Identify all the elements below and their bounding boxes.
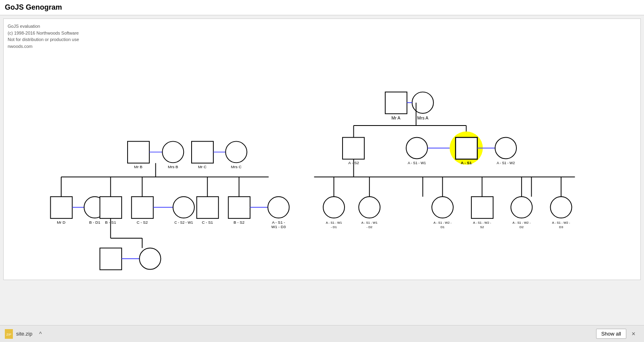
svg-text:S2: S2 [480, 225, 484, 229]
svg-rect-48 [197, 197, 219, 218]
svg-point-28 [225, 141, 247, 163]
svg-text:Mrs B: Mrs B [168, 165, 178, 169]
svg-text:- D1: - D1 [331, 225, 337, 229]
svg-text:ZIP: ZIP [6, 333, 11, 336]
right-controls: Show all × [591, 328, 644, 340]
svg-text:A - S1 - W1: A - S1 - W1 [326, 221, 342, 225]
svg-rect-9 [343, 138, 364, 159]
svg-text:Mr C: Mr C [198, 165, 206, 169]
svg-rect-51 [228, 197, 250, 218]
expand-button[interactable]: ^ [35, 329, 45, 339]
svg-point-70 [432, 197, 453, 218]
svg-rect-0 [385, 92, 407, 114]
svg-text:A - S1 - W2 -: A - S1 - W2 - [512, 221, 530, 225]
svg-point-2 [412, 92, 433, 113]
svg-point-66 [359, 197, 380, 218]
svg-point-18 [495, 138, 516, 159]
page-title: GoJS Genogram [0, 0, 644, 15]
svg-rect-20 [128, 141, 149, 163]
svg-rect-25 [192, 141, 213, 163]
download-section: ZIP site.zip ^ [0, 329, 50, 339]
svg-rect-33 [50, 197, 72, 218]
svg-rect-74 [471, 197, 493, 218]
svg-text:A - S1 - W2 -: A - S1 - W2 - [473, 221, 491, 225]
canvas-area: GoJS evaluation (c) 1998-2016 Northwoods… [3, 19, 641, 280]
svg-text:Mr D: Mr D [57, 220, 65, 225]
svg-text:W1 - D3: W1 - D3 [271, 225, 286, 229]
svg-text:C - S2 - W1: C - S2 - W1 [174, 220, 193, 225]
svg-rect-15 [456, 138, 477, 159]
svg-text:A - S1: A - S1 [461, 161, 472, 165]
svg-point-62 [323, 197, 345, 218]
svg-text:D2: D2 [520, 225, 524, 229]
show-all-button[interactable]: Show all [596, 329, 626, 339]
svg-rect-39 [100, 197, 122, 218]
svg-text:D3: D3 [559, 225, 564, 229]
svg-text:Mrs C: Mrs C [231, 165, 242, 169]
svg-point-90 [139, 248, 161, 269]
svg-point-23 [162, 141, 184, 163]
bottom-bar: ZIP site.zip ^ Show all × [0, 325, 644, 342]
svg-rect-88 [100, 248, 122, 270]
svg-text:C - S2: C - S2 [136, 220, 148, 225]
zip-file-icon: ZIP [5, 329, 13, 339]
svg-text:B - S2: B - S2 [233, 220, 244, 225]
svg-text:Mr B: Mr B [134, 165, 142, 169]
svg-point-45 [173, 197, 194, 218]
svg-point-54 [268, 197, 289, 218]
svg-text:- D2: - D2 [366, 225, 372, 229]
svg-text:A - S1 - W1: A - S1 - W1 [361, 221, 378, 225]
svg-text:D1: D1 [440, 225, 444, 229]
file-name-label: site.zip [16, 331, 32, 337]
svg-point-82 [550, 197, 572, 218]
svg-text:A - S1 - W2: A - S1 - W2 [497, 161, 515, 165]
genogram-diagram[interactable]: Mr A Mrs A A - S2 A - S1 - W1 A - S1 [4, 19, 640, 280]
svg-rect-42 [132, 197, 153, 218]
svg-text:A - S1 - W2 -: A - S1 - W2 - [433, 221, 452, 225]
svg-text:A - S1 - W2 -: A - S1 - W2 - [552, 221, 570, 225]
svg-text:Mrs A: Mrs A [417, 115, 429, 120]
close-button[interactable]: × [628, 328, 639, 340]
svg-text:A - S1 -: A - S1 - [272, 220, 285, 225]
svg-point-78 [511, 197, 532, 218]
svg-text:B - D1: B - D1 [89, 220, 101, 225]
svg-text:A - S1 - W1: A - S1 - W1 [408, 161, 426, 165]
svg-text:C - S1: C - S1 [202, 220, 213, 225]
svg-text:Mr A: Mr A [391, 115, 400, 120]
svg-point-11 [406, 138, 427, 159]
